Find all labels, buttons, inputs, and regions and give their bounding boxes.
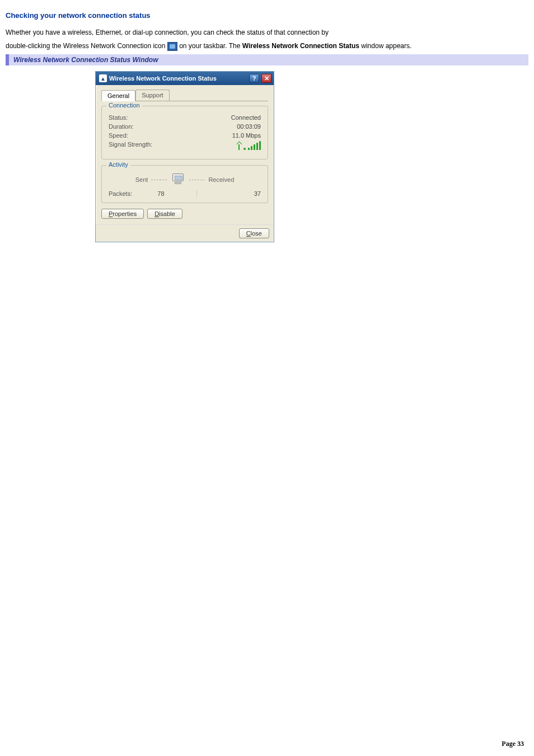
speed-label: Speed:	[109, 132, 128, 139]
connection-legend: Connection	[106, 102, 142, 109]
para2-text-c: window appears.	[361, 42, 411, 50]
received-label: Received	[208, 176, 234, 183]
tab-support[interactable]: Support	[135, 90, 170, 101]
wireless-status-dialog: ▲ Wireless Network Connection Status ? ✕…	[95, 71, 274, 242]
duration-value: 00:03:09	[237, 123, 261, 130]
page-label: Page	[502, 740, 517, 748]
dialog-body: General Support Connection Status: Conne…	[96, 85, 274, 224]
activity-groupbox: Activity Sent Received Packets: 78 37	[101, 165, 268, 203]
packets-sent-value: 78	[132, 190, 189, 197]
signal-strength-icon	[237, 141, 261, 151]
packets-row: Packets: 78 37	[109, 190, 261, 197]
computers-icon	[170, 173, 186, 186]
para2-text-b: on your taskbar. The	[179, 42, 242, 50]
close-button[interactable]: Close	[239, 228, 269, 238]
activity-header-row: Sent Received	[109, 173, 261, 186]
title-bar-app-icon: ▲	[99, 74, 107, 82]
tabs-row: General Support	[101, 90, 268, 101]
disable-rest: isable	[159, 210, 175, 217]
packets-received-value: 37	[204, 190, 261, 197]
para2-bold: Wireless Network Connection Status	[242, 42, 359, 50]
packets-label: Packets:	[109, 190, 132, 197]
dialog-footer: Close	[96, 224, 274, 242]
activity-legend: Activity	[106, 161, 130, 168]
connection-groupbox: Connection Status: Connected Duration: 0…	[101, 106, 268, 159]
help-button[interactable]: ?	[249, 74, 259, 83]
properties-rest: roperties	[113, 210, 137, 217]
para1-text: Whether you have a wireless, Ethernet, o…	[6, 29, 329, 36]
tab-general[interactable]: General	[101, 90, 135, 101]
signal-row: Signal Strength:	[109, 141, 261, 151]
packets-separator	[196, 190, 197, 197]
duration-label: Duration:	[109, 123, 134, 130]
title-bar-text: Wireless Network Connection Status	[109, 75, 247, 82]
signal-label: Signal Strength:	[109, 141, 152, 151]
paragraph-line-1: Whether you have a wireless, Ethernet, o…	[6, 27, 528, 37]
page-number: 33	[517, 740, 524, 748]
page-footer: Page 33	[502, 740, 524, 748]
duration-row: Duration: 00:03:09	[109, 123, 261, 130]
para2-text-a: double-clicking the Wireless Network Con…	[6, 42, 167, 50]
section-heading: Checking your network connection status	[6, 11, 528, 20]
paragraph-line-2: double-clicking the Wireless Network Con…	[6, 41, 528, 51]
wireless-connection-taskbar-icon	[167, 42, 177, 51]
activity-line-left	[151, 180, 167, 180]
disable-accel: D	[154, 210, 159, 217]
speed-value: 11.0 Mbps	[232, 132, 261, 139]
button-row: Properties Disable	[101, 209, 268, 219]
properties-button[interactable]: Properties	[101, 209, 144, 219]
disable-button[interactable]: Disable	[147, 209, 182, 219]
activity-line-right	[189, 180, 205, 180]
status-value: Connected	[231, 114, 261, 121]
status-row: Status: Connected	[109, 114, 261, 121]
title-bar: ▲ Wireless Network Connection Status ? ✕	[96, 72, 274, 85]
close-accel: C	[246, 230, 251, 237]
figure-caption: Wireless Network Connection Status Windo…	[6, 54, 528, 65]
speed-row: Speed: 11.0 Mbps	[109, 132, 261, 139]
close-window-button[interactable]: ✕	[261, 74, 271, 83]
close-rest: lose	[251, 230, 262, 237]
status-label: Status:	[109, 114, 128, 121]
sent-label: Sent	[135, 176, 148, 183]
